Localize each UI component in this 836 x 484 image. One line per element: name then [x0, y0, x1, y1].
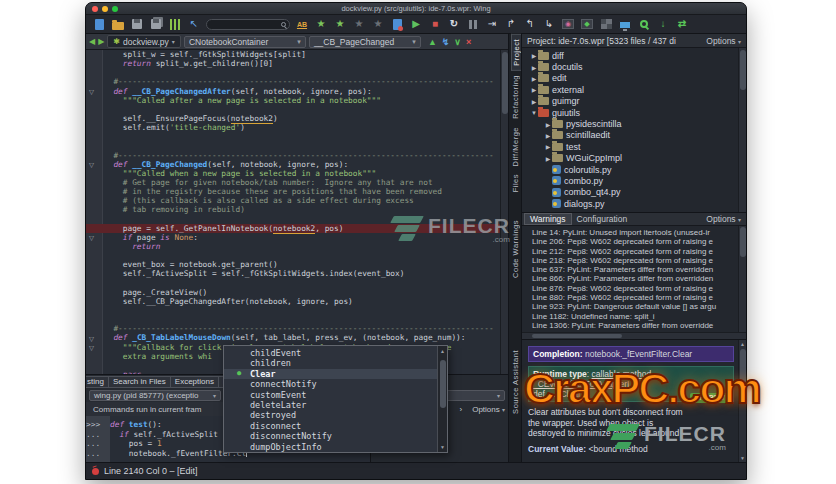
- step-to-icon[interactable]: ↳: [542, 17, 556, 31]
- autocomplete-item-destroyed[interactable]: destroyed: [224, 410, 437, 420]
- save-icon[interactable]: [130, 17, 144, 31]
- pause-icon[interactable]: [466, 17, 480, 31]
- autocomplete-item-disconnectNotify[interactable]: disconnectNotify: [224, 431, 437, 441]
- fold-icon[interactable]: ▽: [89, 344, 94, 352]
- expander-icon[interactable]: ▶: [544, 121, 552, 128]
- scroll-up-icon[interactable]: ▲: [739, 341, 746, 347]
- warnings-scrollbar[interactable]: [738, 226, 746, 332]
- expander-icon[interactable]: ▶: [544, 155, 552, 162]
- tree-item-combo-py[interactable]: combo.py: [522, 175, 746, 186]
- step-over-icon[interactable]: ↱: [504, 17, 518, 31]
- monitor-icon[interactable]: [618, 17, 632, 31]
- tab-warnings[interactable]: Warnings: [524, 213, 572, 225]
- tab-configuration[interactable]: Configuration: [572, 213, 633, 225]
- bug-icon[interactable]: [92, 468, 99, 475]
- add-bookmark-icon[interactable]: ★: [314, 17, 328, 31]
- expander-icon[interactable]: ▶: [530, 75, 538, 82]
- replace-icon[interactable]: AB: [295, 17, 309, 31]
- restart-icon[interactable]: ↻: [447, 17, 461, 31]
- warnings-options-button[interactable]: Options ▾: [706, 214, 746, 224]
- side-tab-diff-merge[interactable]: Diff/Merge: [511, 123, 520, 170]
- expander-icon[interactable]: ▼: [530, 110, 538, 116]
- close-icon[interactable]: ×: [466, 37, 471, 47]
- warning-row[interactable]: Line 880: Pep8: W602 deprecated form of …: [532, 293, 742, 302]
- scroll-up-icon[interactable]: ▲: [438, 348, 447, 354]
- scrollbar-thumb[interactable]: [440, 360, 446, 408]
- chevron-right-icon[interactable]: ›: [460, 405, 463, 414]
- popup-scrollbar[interactable]: ▲ ▼: [437, 346, 447, 452]
- tree-item-scintillaedit[interactable]: ▶scintillaedit: [522, 130, 746, 141]
- scrollbar-thumb[interactable]: [740, 227, 746, 257]
- tree-item-guimgr[interactable]: ▶guimgr: [522, 96, 746, 107]
- expander-icon[interactable]: ▶: [544, 143, 552, 150]
- nav-back-icon[interactable]: ◀: [89, 37, 95, 46]
- goto-definition-icon[interactable]: ↯: [442, 37, 450, 47]
- probe-options-button[interactable]: Options ▾: [472, 405, 505, 414]
- warning-row[interactable]: Line 866: PyLint: Parameters differ from…: [532, 274, 742, 283]
- project-options-button[interactable]: Options ▾: [706, 36, 741, 46]
- stop-icon[interactable]: ■: [428, 17, 442, 31]
- method-dropdown[interactable]: __CB_PageChanged ▾: [309, 36, 421, 48]
- expander-icon[interactable]: ▶: [530, 52, 538, 59]
- expander-icon[interactable]: ▶: [530, 64, 538, 71]
- fold-icon[interactable]: ▽: [89, 161, 94, 169]
- autocomplete-item-dumpObjectInfo[interactable]: dumpObjectInfo: [224, 442, 437, 452]
- tree-item-test[interactable]: ▶test: [522, 141, 746, 152]
- warning-row[interactable]: Line 218: Pep8: W602 deprecated form of …: [532, 256, 742, 265]
- autocomplete-item-connectNotify[interactable]: connectNotify: [224, 379, 437, 389]
- bottom-tab-sting[interactable]: sting: [86, 376, 109, 388]
- warning-row[interactable]: Line 212: Pep8: W602 deprecated form of …: [532, 247, 742, 256]
- expander-icon[interactable]: ▶: [530, 86, 538, 93]
- autocomplete-item-customEvent[interactable]: customEvent: [224, 390, 437, 400]
- search-input[interactable]: [206, 19, 290, 30]
- scrollbar-thumb[interactable]: [740, 50, 746, 90]
- fold-icon[interactable]: ▽: [89, 234, 94, 242]
- sync-icon[interactable]: ⇄: [675, 17, 689, 31]
- templates-icon[interactable]: ◆: [580, 17, 594, 31]
- tree-item-combo-qt4-py[interactable]: combo_qt4.py: [522, 187, 746, 198]
- debug-run-icon[interactable]: ▶: [409, 17, 423, 31]
- warning-row[interactable]: Line 1182: Undefined name: split_i: [532, 312, 742, 321]
- tree-item-external[interactable]: ▶external: [522, 84, 746, 95]
- select-cursor-icon[interactable]: ↖: [187, 17, 201, 31]
- expander-icon[interactable]: ▶: [530, 98, 538, 105]
- search-tool-icon[interactable]: [637, 17, 651, 31]
- scroll-down-icon[interactable]: ▼: [739, 455, 746, 461]
- save-all-icon[interactable]: [149, 17, 163, 31]
- fold-icon[interactable]: ▽: [89, 335, 94, 343]
- warning-row[interactable]: Line 206: Pep8: W602 deprecated form of …: [532, 237, 742, 246]
- code-editor[interactable]: ▽▽◆▽▽▽ split_w = self._fGtkSplitWidgets[…: [86, 50, 508, 374]
- warning-row[interactable]: Line 1306: PyLint: Parameters differ fro…: [532, 321, 742, 330]
- tree-item-colorutils-py[interactable]: colorutils.py: [522, 164, 746, 175]
- columns-icon[interactable]: [168, 17, 182, 31]
- tree-item-dialogs-py[interactable]: dialogs.py: [522, 198, 746, 209]
- step-into-icon[interactable]: ⇥: [485, 17, 499, 31]
- prev-bookmark-icon[interactable]: ★: [352, 17, 366, 31]
- project-scrollbar[interactable]: [738, 48, 746, 212]
- file-tab-dockview[interactable]: ✱ dockview.py ▾: [107, 35, 181, 48]
- title-bar[interactable]: dockview.py (src/guiutils): ide-7.0s.wpr…: [86, 3, 746, 15]
- tree-item-WGuiCppImpl[interactable]: ▶WGuiCppImpl: [522, 153, 746, 164]
- bottom-tab-search-in-files[interactable]: Search in Files: [108, 376, 171, 388]
- run-file-icon[interactable]: [390, 17, 404, 31]
- scope-up-icon[interactable]: ▲: [428, 37, 437, 47]
- scroll-down-icon[interactable]: ▼: [438, 444, 447, 450]
- autocomplete-item-deleteLater[interactable]: deleteLater: [224, 400, 437, 410]
- autocomplete-item-childEvent[interactable]: childEvent: [224, 348, 437, 358]
- process-dropdown[interactable]: wing.py (pid 85777) (exceptio ▾: [89, 390, 221, 401]
- side-tab-source-assistant[interactable]: Source Assistant: [511, 346, 520, 418]
- editor-scrollbar[interactable]: [500, 50, 508, 374]
- warning-row[interactable]: Line 14: PyLint: Unused import itertools…: [532, 228, 742, 237]
- chevron-down-icon[interactable]: ∨: [454, 37, 461, 47]
- side-tab-code-warnings[interactable]: Code Warnings: [511, 216, 520, 282]
- warning-row[interactable]: Line 876: Pep8: W602 deprecated form of …: [532, 284, 742, 293]
- goto-bookmark-icon[interactable]: ★: [333, 17, 347, 31]
- warning-row[interactable]: Line 637: PyLint: Parameters differ from…: [532, 265, 742, 274]
- side-tab-files[interactable]: Files: [511, 170, 520, 196]
- tree-item-diff[interactable]: ▶diff: [522, 50, 746, 61]
- warning-row[interactable]: Line 923: PyLint: Dangerous default valu…: [532, 302, 742, 311]
- expander-icon[interactable]: ▶: [544, 132, 552, 139]
- side-tab-refactoring[interactable]: Refactoring: [511, 71, 520, 123]
- new-file-icon[interactable]: [92, 17, 106, 31]
- debug-io-icon[interactable]: ◉: [561, 17, 575, 31]
